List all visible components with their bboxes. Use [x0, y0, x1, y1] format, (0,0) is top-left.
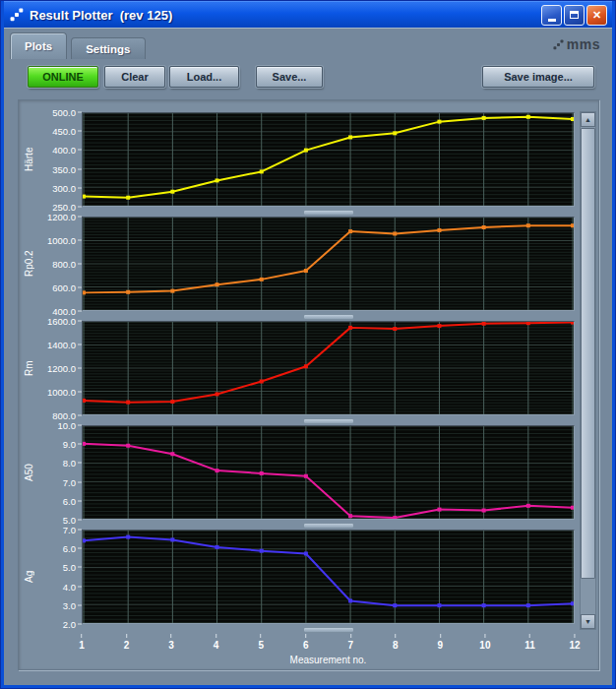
y-tick-label: 1200.0	[47, 212, 82, 222]
mms-logo: mms	[553, 36, 600, 52]
x-tick-label: 7	[347, 634, 353, 651]
chart-row-ag: Ag 7.06.05.04.03.02.0	[21, 530, 575, 624]
y-axis-ticks: 1200.01000.0800.0600.0400.0	[36, 217, 82, 311]
y-tick-label: 450.0	[52, 126, 82, 137]
online-indicator-button[interactable]: ONLINE	[28, 66, 98, 88]
mms-logo-icon	[553, 39, 564, 50]
close-icon: ✕	[592, 10, 601, 21]
chart-row-haerte: Härte 500.0450.0400.0350.0300.0250.0	[21, 112, 575, 207]
tab-bar: Plots Settings	[10, 32, 146, 59]
y-tick-label: 5.0	[63, 562, 82, 573]
y-tick-label: 7.0	[63, 525, 82, 535]
charts-stack: Härte 500.0450.0400.0350.0300.0250.0 Rp0…	[21, 112, 575, 624]
app-window: Result Plotter (rev 125) ✕ Plots Setting…	[0, 0, 616, 689]
x-tick-label: 6	[303, 634, 309, 651]
plot-rp02	[82, 217, 575, 311]
chart-row-rp02: Rp0.2 1200.01000.0800.0600.0400.0	[21, 217, 575, 311]
x-tick-label: 4	[214, 634, 219, 651]
plots-panel: Härte 500.0450.0400.0350.0300.0250.0 Rp0…	[18, 99, 599, 670]
toolbar: ONLINE Clear Load... Save... Save image.…	[4, 66, 612, 90]
y-axis-ticks: 7.06.05.04.03.02.0	[36, 530, 82, 624]
chart-row-a50: A50 10.09.08.07.06.05.0	[21, 425, 575, 520]
x-tick-label: 9	[438, 634, 444, 651]
x-tick-label: 11	[524, 634, 535, 651]
tab-settings[interactable]: Settings	[71, 37, 145, 59]
maximize-button[interactable]	[564, 5, 585, 26]
window-title: Result Plotter (rev 125)	[30, 8, 541, 23]
save-button[interactable]: Save...	[256, 66, 323, 88]
x-tick-label: 1	[79, 634, 85, 651]
y-axis-label-rp02: Rp0.2	[21, 217, 36, 311]
y-axis-ticks: 500.0450.0400.0350.0300.0250.0	[36, 112, 82, 207]
y-axis-label-ag: Ag	[21, 530, 36, 624]
app-icon	[10, 8, 24, 22]
y-axis-label-a50: A50	[21, 425, 36, 520]
clear-button[interactable]: Clear	[104, 66, 165, 88]
y-tick-label: 8.0	[63, 458, 82, 469]
vertical-scrollbar[interactable]: ▲ ▼	[580, 111, 596, 630]
x-axis: 123456789101112 Measurement no.	[82, 634, 575, 673]
scrollbar-down-button[interactable]: ▼	[581, 614, 595, 629]
save-image-button[interactable]: Save image...	[482, 66, 594, 88]
x-axis-title: Measurement no.	[82, 655, 575, 665]
plot-ag	[82, 530, 575, 624]
close-button[interactable]: ✕	[586, 5, 607, 26]
splitter-grip[interactable]	[303, 627, 354, 633]
y-tick-label: 2.0	[63, 619, 82, 630]
y-tick-label: 9.0	[63, 439, 82, 450]
y-axis-ticks: 1600.01400.01200.01000.0800.0	[36, 321, 82, 415]
y-tick-label: 6.0	[63, 495, 82, 506]
y-tick-label: 6.0	[63, 543, 82, 554]
arrow-up-icon: ▲	[585, 116, 591, 123]
title-bar[interactable]: Result Plotter (rev 125) ✕	[4, 1, 612, 28]
y-axis-ticks: 10.09.08.07.06.05.0	[36, 425, 82, 520]
plot-rm	[82, 321, 575, 415]
tab-plots[interactable]: Plots	[10, 32, 67, 59]
x-tick-label: 12	[569, 634, 580, 651]
y-tick-label: 4.0	[63, 581, 82, 592]
x-tick-label: 2	[124, 634, 130, 651]
splitter-grip[interactable]	[303, 523, 354, 529]
y-axis-label-rm: Rm	[21, 321, 36, 415]
y-tick-label: 1600.0	[47, 316, 82, 327]
y-tick-label: 350.0	[52, 163, 82, 174]
y-tick-label: 800.0	[52, 259, 82, 270]
plot-a50	[82, 425, 575, 520]
scrollbar-thumb[interactable]	[581, 128, 595, 579]
scrollbar-up-button[interactable]: ▲	[581, 112, 595, 127]
y-tick-label: 1400.0	[47, 340, 82, 350]
y-tick-label: 300.0	[52, 182, 82, 193]
minimize-button[interactable]	[541, 5, 562, 26]
y-tick-label: 1200.0	[47, 363, 82, 374]
y-tick-label: 1000.0	[47, 387, 82, 398]
mms-logo-text: mms	[567, 36, 600, 52]
y-tick-label: 1000.0	[47, 235, 82, 246]
y-axis-label-haerte: Härte	[21, 112, 36, 207]
window-body: Plots Settings mms ONLINE Clear Load... …	[4, 28, 612, 685]
x-tick-label: 8	[393, 634, 399, 651]
splitter-grip[interactable]	[303, 314, 354, 320]
y-tick-label: 600.0	[52, 282, 82, 293]
splitter-grip[interactable]	[303, 210, 354, 216]
y-tick-label: 10.0	[58, 420, 83, 431]
x-axis-ticks: 123456789101112	[82, 634, 575, 654]
splitter-grip[interactable]	[303, 418, 354, 424]
chart-row-rm: Rm 1600.01400.01200.01000.0800.0	[21, 321, 575, 415]
y-tick-label: 7.0	[63, 476, 82, 487]
arrow-down-icon: ▼	[585, 618, 591, 625]
maximize-icon	[570, 11, 579, 19]
plot-haerte	[82, 112, 575, 207]
x-tick-label: 3	[168, 634, 174, 651]
x-tick-label: 5	[258, 634, 264, 651]
y-tick-label: 400.0	[52, 145, 82, 156]
y-tick-label: 500.0	[52, 107, 82, 118]
y-tick-label: 3.0	[63, 599, 82, 610]
load-button[interactable]: Load...	[169, 66, 239, 88]
x-tick-label: 10	[479, 634, 490, 651]
minimize-icon	[548, 19, 556, 22]
